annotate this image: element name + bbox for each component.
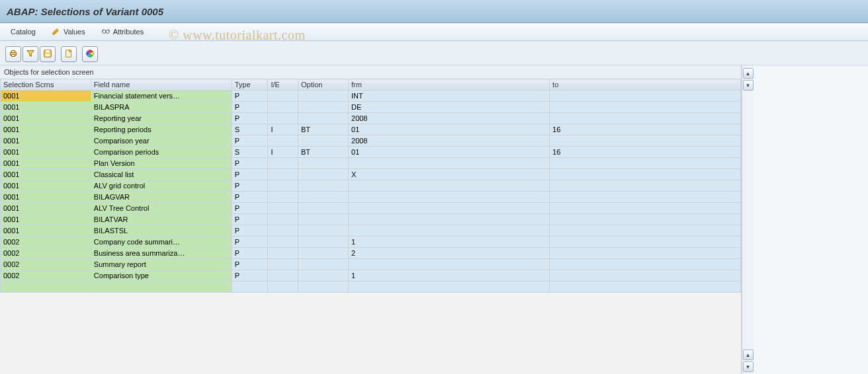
table-row[interactable]: 0001ALV Tree ControlP (1, 203, 741, 214)
table-row[interactable]: 0001Financial statement vers…PINT (1, 91, 741, 102)
vertical-scrollbar[interactable]: ▲ ▼ ▲ ▼ (742, 65, 754, 374)
col-header-to[interactable]: to (550, 79, 741, 91)
page-button[interactable] (61, 46, 77, 62)
cell-scrn: 0001 (1, 91, 91, 102)
table-row[interactable]: 0001BILASPRAPDE (1, 102, 741, 113)
menu-attributes-label: Attributes (113, 28, 144, 36)
cell-opt (298, 192, 349, 203)
table-row[interactable]: 0001Plan VersionP (1, 158, 741, 169)
svg-rect-7 (46, 54, 50, 57)
color-button[interactable] (82, 46, 98, 62)
cell-scrn: 0001 (1, 124, 91, 135)
table-title: Objects for selection screen (0, 65, 741, 79)
menu-attributes[interactable]: Attributes (97, 25, 148, 38)
cell-type: P (232, 91, 268, 102)
col-header-field[interactable]: Field name (91, 79, 232, 91)
cell-opt (298, 270, 349, 281)
cell-to (550, 225, 741, 237)
menu-catalog-label: Catalog (11, 28, 36, 36)
cell-field: Reporting year (91, 113, 232, 124)
table-row[interactable]: 0001ALV grid controlP (1, 180, 741, 192)
col-header-scrn[interactable]: Selection Scrns (1, 79, 91, 91)
menu-values[interactable]: Values (48, 25, 89, 38)
cell-ie (268, 248, 298, 259)
pencil-icon (52, 26, 61, 37)
cell-type: P (232, 180, 268, 192)
glasses-icon (101, 26, 110, 37)
table-row[interactable]: 0002Business area summariza…P2 (1, 248, 741, 259)
cell-frm (349, 180, 550, 192)
cell-opt (298, 203, 349, 214)
cell-to (550, 135, 741, 147)
cell-frm: DE (349, 102, 550, 113)
table-row[interactable]: 0001Reporting yearP2008 (1, 113, 741, 124)
table-row[interactable]: 0002Company code summari…P1 (1, 237, 741, 248)
table-row[interactable]: 0002Comparison typeP1 (1, 270, 741, 281)
cell-ie (268, 169, 298, 180)
color-wheel-icon (85, 49, 95, 59)
cell-ie (268, 91, 298, 102)
cell-type: P (232, 270, 268, 281)
cell-type: P (232, 113, 268, 124)
cell-type: S (232, 124, 268, 135)
cell-frm (349, 158, 550, 169)
cell-opt (298, 158, 349, 169)
table-row[interactable]: 0001Comparison periodsSIBT0116 (1, 147, 741, 158)
table-row[interactable]: 0001BILATVARP (1, 214, 741, 225)
cell-opt (298, 102, 349, 113)
menubar: Catalog Values Attributes (0, 23, 868, 41)
cell-to (550, 203, 741, 214)
menu-catalog[interactable]: Catalog (7, 26, 40, 37)
cell-type: P (232, 158, 268, 169)
save-button[interactable] (40, 46, 56, 62)
col-header-frm[interactable]: frm (349, 79, 550, 91)
cell-scrn: 0001 (1, 158, 91, 169)
table-row[interactable]: 0001Classical listPX (1, 169, 741, 180)
cell-type: P (232, 203, 268, 214)
col-header-opt[interactable]: Option (298, 79, 349, 91)
cell-to (550, 214, 741, 225)
scroll-down-step-button[interactable]: ▼ (743, 80, 754, 91)
cell-field: Comparison type (91, 270, 232, 281)
table-body: 0001Financial statement vers…PINT0001BIL… (1, 91, 741, 293)
cell-scrn: 0001 (1, 203, 91, 214)
table-filler-row (1, 281, 741, 293)
table-row[interactable]: 0001BILAGVARP (1, 192, 741, 203)
chevron-up-icon: ▲ (746, 352, 751, 358)
cell-scrn: 0001 (1, 102, 91, 113)
col-header-type[interactable]: Type (232, 79, 268, 91)
svg-rect-4 (11, 55, 15, 57)
print-button[interactable] (5, 46, 21, 62)
scroll-up-button[interactable]: ▲ (743, 68, 754, 79)
page-icon (64, 49, 73, 59)
col-header-ie[interactable]: I/E (268, 79, 298, 91)
cell-opt (298, 180, 349, 192)
cell-field: Financial statement vers… (91, 91, 232, 102)
funnel-icon (26, 49, 35, 59)
cell-ie: I (268, 147, 298, 158)
table-row[interactable]: 0002Summary reportP (1, 259, 741, 270)
cell-scrn: 0001 (1, 214, 91, 225)
table-header-row: Selection Scrns Field name Type I/E Opti… (1, 79, 741, 91)
cell-opt (298, 113, 349, 124)
table-row[interactable]: 0001BILASTSLP (1, 225, 741, 237)
page-title: ABAP: Selections of Variant 0005 (7, 6, 163, 17)
svg-rect-6 (46, 50, 49, 53)
table-row[interactable]: 0001Comparison yearP2008 (1, 135, 741, 147)
cell-ie (268, 259, 298, 270)
scroll-up-step-button[interactable]: ▲ (743, 350, 754, 360)
cell-frm: 01 (349, 124, 550, 135)
cell-field: Plan Version (91, 158, 232, 169)
cell-opt (298, 135, 349, 147)
cell-ie (268, 102, 298, 113)
cell-type: P (232, 248, 268, 259)
cell-scrn: 0001 (1, 113, 91, 124)
cell-ie (268, 135, 298, 147)
cell-ie (268, 203, 298, 214)
scroll-down-button[interactable]: ▼ (743, 361, 754, 372)
table-row[interactable]: 0001Reporting periodsSIBT0116 (1, 124, 741, 135)
cell-scrn: 0001 (1, 192, 91, 203)
filter-button[interactable] (22, 46, 38, 62)
cell-frm: 2 (349, 248, 550, 259)
cell-to (550, 237, 741, 248)
